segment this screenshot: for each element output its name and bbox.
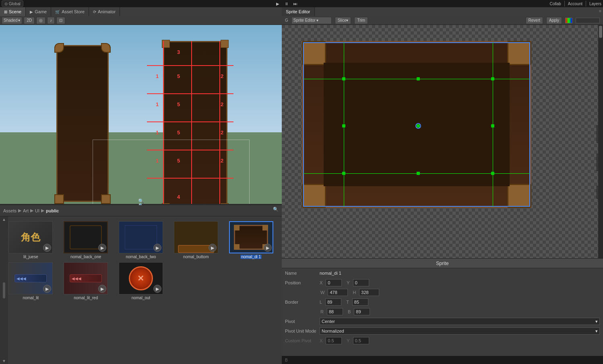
sprite-editor-dropdown[interactable]: Sprite Editor ▾ <box>291 17 332 24</box>
slice-button[interactable]: Slice ▾ <box>335 17 351 24</box>
pause-button[interactable]: ⏸ <box>284 1 289 6</box>
breadcrumb-assets[interactable]: Assets <box>3 208 17 213</box>
asset-label-di: nomal_di 1 <box>240 255 262 259</box>
border-t-input[interactable] <box>352 298 368 306</box>
tab-scene-label: Scene <box>9 9 21 14</box>
sprite-canvas[interactable] <box>298 41 535 214</box>
scroll-up-arrow[interactable]: ▲ <box>1 216 7 222</box>
step-button[interactable]: ⏭ <box>293 1 298 6</box>
unity-icon: ⊙ <box>4 2 8 6</box>
assets-search-area: 🔍 <box>273 207 279 212</box>
border-b-input[interactable] <box>354 308 370 315</box>
se-toolbar-indicator: G <box>285 18 288 23</box>
scene-icon-btn-3[interactable]: ⊡ <box>56 17 65 24</box>
scene-icon-btn-2[interactable]: ♪ <box>47 17 55 24</box>
tab-animator[interactable]: ⟳ Animator <box>89 7 120 16</box>
asset-label-out: nomal_out <box>132 296 151 300</box>
asset-item-back-one[interactable]: ▶ nomal_back_one <box>60 221 112 259</box>
asset-item-lit[interactable]: ◀◀◀ ▶ nomal_lit <box>5 262 57 300</box>
handle-bc[interactable] <box>417 172 420 175</box>
di-icon <box>234 225 268 250</box>
red-num-2a: 2 <box>221 73 223 79</box>
border-r-input[interactable] <box>327 308 343 315</box>
tab-game-label: Game <box>35 9 47 14</box>
tab-scene[interactable]: ⊞ Scene <box>0 7 26 16</box>
breadcrumb-ui[interactable]: UI <box>35 208 39 213</box>
prop-row-position: Position X Y <box>282 278 603 288</box>
pos-x-input[interactable] <box>326 279 342 286</box>
revert-button[interactable]: Revert <box>526 17 543 24</box>
asset-play-btn-back-two[interactable]: ▶ <box>153 244 161 252</box>
collab-label[interactable]: Collab <box>550 2 561 6</box>
breadcrumb-art[interactable]: Art <box>23 208 29 213</box>
size-h-label: H <box>353 290 356 295</box>
scene-view: 1 1 1 1 3 5 5 5 5 4 2 2 2 2 🔍 <box>0 25 282 204</box>
2d-button[interactable]: 2D <box>24 17 35 24</box>
border-l-label: L <box>320 300 322 304</box>
asset-item-buttom[interactable]: ▶ nomal_buttom <box>170 221 222 259</box>
handle-mr[interactable] <box>491 124 494 128</box>
search-icon: 🔍 <box>273 207 279 212</box>
resize-handle[interactable]: ≡ <box>599 9 601 13</box>
prop-row-border-rb: R B <box>282 307 603 317</box>
asset-item-di[interactable]: ▶ nomal_di 1 <box>225 221 277 259</box>
asset-label-juese: lit_juese <box>23 255 38 259</box>
apply-button[interactable]: Apply <box>546 17 562 24</box>
color-picker-button[interactable] <box>565 18 572 23</box>
corner-tr2 <box>221 40 229 48</box>
breadcrumb-public[interactable]: public <box>46 208 59 213</box>
handle-tc[interactable] <box>417 77 420 80</box>
shaded-label: Shaded <box>4 18 17 23</box>
assets-panel: Assets ▶ Art ▶ UI ▶ public 🔍 ▲ ▼ 角色 <box>0 205 282 364</box>
scene-icon-btn-1[interactable]: ◎ <box>36 17 45 24</box>
custom-y-label: Y <box>347 338 349 343</box>
trim-button[interactable]: Trim <box>354 17 368 24</box>
pos-y-input[interactable] <box>353 279 369 286</box>
pivot-unit-dropdown[interactable]: Normalized ▾ <box>320 327 600 335</box>
scroll-down-arrow[interactable]: ▼ <box>1 358 7 364</box>
layers-label[interactable]: Layers <box>589 2 601 6</box>
play-button[interactable]: ▶ <box>275 1 281 6</box>
scene-toolbar: Shaded ▾ 2D ◎ ♪ ⊡ <box>0 16 282 25</box>
global-tag[interactable]: ⊙ Global <box>2 0 23 7</box>
handle-br-s[interactable] <box>491 172 494 175</box>
handle-bl-s[interactable] <box>342 172 345 175</box>
handle-tr[interactable] <box>491 77 494 80</box>
account-label[interactable]: Account <box>568 2 582 6</box>
play-controls: ▶ ⏸ ⏭ <box>275 1 298 6</box>
shaded-dropdown[interactable]: Shaded ▾ <box>2 17 22 24</box>
assets-content: ▲ ▼ 角色 ▶ lit_juese <box>0 216 282 364</box>
handle-ml[interactable] <box>342 124 345 128</box>
pivot-point[interactable] <box>415 123 421 129</box>
color-slider[interactable] <box>576 18 600 23</box>
out-icon: ✕ <box>129 266 153 290</box>
size-h-input[interactable] <box>359 289 379 296</box>
asset-label-back-two: nomal_back_two <box>126 255 156 259</box>
size-w-input[interactable] <box>328 289 348 296</box>
asset-play-btn-di[interactable]: ▶ <box>264 244 272 252</box>
red-num-5c: 5 <box>177 130 180 136</box>
handle-tl[interactable] <box>342 77 345 80</box>
tab-asset-store[interactable]: 🛒 Asset Store <box>51 7 89 16</box>
asset-item-out[interactable]: ✕ ▶ nomal_out <box>115 262 167 300</box>
di-corner-tr <box>262 225 268 230</box>
tab-game[interactable]: ▶ Game <box>26 7 51 16</box>
asset-thumb-wrapper-back-two: ▶ <box>119 221 163 253</box>
asset-item-lit-juese[interactable]: 角色 ▶ lit_juese <box>5 221 57 259</box>
custom-x-input[interactable] <box>326 337 342 344</box>
asset-item-lit-red[interactable]: ◀◀◀ ▶ nomal_lit_red <box>60 262 112 300</box>
custom-y-input[interactable] <box>353 337 369 344</box>
separator2 <box>586 1 586 6</box>
asset-item-back-two[interactable]: ▶ nomal_back_two <box>115 221 167 259</box>
border-l-input[interactable] <box>325 298 341 306</box>
pivot-unit-label: Pivot Unit Mode <box>285 329 317 333</box>
sky-background <box>0 25 282 132</box>
asset-play-btn-out[interactable]: ▶ <box>153 285 161 293</box>
pivot-dropdown[interactable]: Center ▾ <box>320 318 600 325</box>
custom-x-label: X <box>320 338 322 343</box>
tab-sprite-editor[interactable]: Sprite Editor <box>282 7 315 16</box>
slice-label: Slice <box>338 18 347 23</box>
sprite-editor-scrollbar[interactable] <box>598 25 603 258</box>
custom-pivot-label: Custom Pivot <box>285 338 317 343</box>
asset-play-btn-buttom[interactable]: ▶ <box>209 244 217 252</box>
